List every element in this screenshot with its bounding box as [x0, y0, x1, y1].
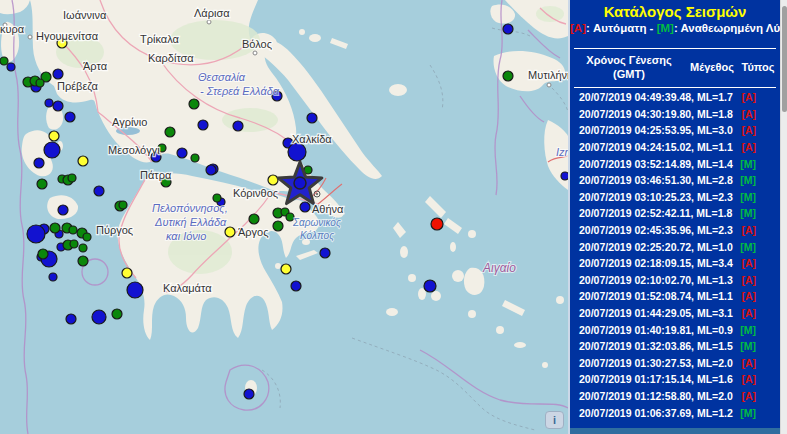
column-type: Τύπος — [738, 61, 778, 73]
solution-type-badge: [A] — [741, 373, 756, 385]
legend-automatic-tag: [A] — [570, 22, 586, 34]
scrollbar-thumb[interactable] — [782, 6, 787, 112]
quake-marker-green[interactable] — [37, 179, 47, 189]
quake-marker-green[interactable] — [503, 71, 513, 81]
quake-marker-red[interactable] — [431, 218, 443, 230]
quake-marker-green[interactable] — [189, 99, 199, 109]
quake-marker-blue[interactable] — [206, 165, 216, 175]
lake — [116, 127, 140, 135]
quake-marker-yellow[interactable] — [78, 156, 88, 166]
quake-marker-yellow[interactable] — [268, 175, 278, 185]
town-label: Βόλος — [242, 38, 272, 50]
map-info-button[interactable]: i — [545, 411, 564, 429]
quake-marker-green[interactable] — [36, 79, 44, 87]
quake-marker-green[interactable] — [83, 233, 91, 241]
quake-marker-green[interactable] — [69, 226, 77, 234]
app-window: ΙωάννιναΛάρισακυραΗγουμενίτσαΤρίκαλαΒόλο… — [0, 0, 787, 434]
earthquake-row[interactable]: 20/07/2019 04:49:39.48, ML=1.7[A] — [570, 89, 780, 106]
quake-marker-green[interactable] — [165, 127, 175, 137]
quake-marker-yellow[interactable] — [122, 268, 132, 278]
quake-marker-green[interactable] — [112, 309, 122, 319]
quake-marker-blue[interactable] — [94, 186, 104, 196]
region-label: Izmir — [556, 146, 568, 158]
earthquake-row[interactable]: 20/07/2019 01:12:58.80, ML=2.0[A] — [570, 388, 780, 405]
quake-marker-green[interactable] — [78, 256, 88, 266]
earthquake-row[interactable]: 20/07/2019 01:30:27.53, ML=2.0[A] — [570, 355, 780, 372]
quake-marker-blue[interactable] — [233, 121, 243, 131]
region-label: Δυτική Ελλάδα — [154, 216, 227, 228]
quake-marker-yellow[interactable] — [49, 131, 59, 141]
quake-marker-green[interactable] — [191, 154, 199, 162]
earthquake-row[interactable]: 20/07/2019 01:17:15.14, ML=1.6[A] — [570, 371, 780, 388]
quake-marker-green[interactable] — [70, 240, 78, 248]
quake-marker-blue[interactable] — [65, 112, 75, 122]
quake-marker-blue[interactable] — [66, 314, 76, 324]
quake-marker-blue[interactable] — [53, 101, 63, 111]
panel-bottom-strip — [570, 428, 780, 434]
event-time-magnitude: 20/07/2019 01:12:58.80, ML=2.0 — [579, 390, 733, 402]
quake-marker-blue[interactable] — [291, 281, 301, 291]
quake-marker-blue[interactable] — [244, 389, 254, 399]
quake-marker-blue[interactable] — [127, 282, 143, 298]
quake-marker-yellow[interactable] — [225, 227, 235, 237]
earthquake-row[interactable]: 20/07/2019 03:52:14.89, ML=1.4[M] — [570, 155, 780, 172]
town-label: Μεσολόγγι — [108, 144, 160, 156]
quake-marker-yellow[interactable] — [281, 264, 291, 274]
epicenter-marker[interactable] — [294, 177, 306, 189]
quake-marker-blue[interactable] — [561, 172, 568, 180]
earthquake-row[interactable]: 20/07/2019 02:18:09.15, ML=3.4[A] — [570, 255, 780, 272]
town-label: Χαλκίδα — [292, 133, 332, 145]
panel-scrollbar[interactable] — [780, 0, 787, 434]
solution-type-badge: [M] — [740, 241, 756, 253]
quake-marker-blue[interactable] — [198, 120, 208, 130]
quake-marker-green[interactable] — [119, 201, 127, 209]
quake-marker-green[interactable] — [68, 174, 76, 182]
quake-marker-blue[interactable] — [49, 273, 57, 281]
quake-marker-blue[interactable] — [503, 24, 513, 34]
quake-marker-green[interactable] — [273, 221, 283, 231]
town-dot — [28, 35, 32, 39]
quake-marker-green[interactable] — [50, 223, 60, 233]
earthquake-row[interactable]: 20/07/2019 04:24:15.02, ML=1.1[A] — [570, 139, 780, 156]
earthquake-row[interactable]: 20/07/2019 01:40:19.81, ML=0.9[M] — [570, 321, 780, 338]
quake-marker-blue[interactable] — [27, 225, 45, 243]
earthquake-row[interactable]: 20/07/2019 03:46:51.30, ML=2.8[M] — [570, 172, 780, 189]
quake-marker-green[interactable] — [79, 244, 87, 252]
quake-marker-blue[interactable] — [53, 69, 63, 79]
earthquake-row[interactable]: 20/07/2019 03:10:25.23, ML=2.3[M] — [570, 189, 780, 206]
earthquake-catalog-panel: Κατάλογος Σεισμών [A]: Αυτόματη - [M]: Α… — [568, 0, 780, 434]
earthquake-row[interactable]: 20/07/2019 01:32:03.86, ML=1.5[M] — [570, 338, 780, 355]
event-time-magnitude: 20/07/2019 02:52:42.11, ML=1.8 — [579, 207, 732, 219]
earthquake-row[interactable]: 20/07/2019 01:06:37.69, ML=1.2[M] — [570, 404, 780, 421]
earthquake-row[interactable]: 20/07/2019 04:30:19.80, ML=1.8[A] — [570, 106, 780, 123]
quake-marker-blue[interactable] — [320, 248, 330, 258]
solution-type-badge: [A] — [741, 108, 756, 120]
quake-marker-blue[interactable] — [177, 148, 187, 158]
earthquake-row[interactable]: 20/07/2019 04:25:53.95, ML=3.0[A] — [570, 122, 780, 139]
earthquake-row[interactable]: 20/07/2019 02:25:20.72, ML=1.0[M] — [570, 238, 780, 255]
quake-marker-green[interactable] — [0, 57, 8, 65]
earthquake-row[interactable]: 20/07/2019 01:52:08.74, ML=1.1[A] — [570, 288, 780, 305]
quake-marker-blue[interactable] — [424, 280, 436, 292]
earthquake-row[interactable]: 20/07/2019 02:10:02.70, ML=1.3[A] — [570, 272, 780, 289]
quake-marker-blue[interactable] — [300, 202, 310, 212]
earthquake-row[interactable]: 20/07/2019 01:44:29.05, ML=3.1[A] — [570, 305, 780, 322]
quake-marker-green[interactable] — [38, 249, 48, 259]
town-label: Καλαμάτα — [163, 282, 212, 294]
quake-marker-blue[interactable] — [34, 158, 44, 168]
quake-marker-blue[interactable] — [288, 143, 306, 161]
quake-marker-blue[interactable] — [92, 310, 106, 324]
seismicity-map[interactable]: ΙωάννιναΛάρισακυραΗγουμενίτσαΤρίκαλαΒόλο… — [0, 0, 568, 434]
quake-marker-blue[interactable] — [45, 99, 53, 107]
quake-marker-blue[interactable] — [307, 113, 317, 123]
town-label: Τρίκαλα — [140, 33, 179, 45]
earthquake-row[interactable]: 20/07/2019 02:52:42.11, ML=1.8[M] — [570, 205, 780, 222]
quake-marker-green[interactable] — [213, 194, 221, 202]
solution-type-badge: [M] — [740, 191, 756, 203]
quake-marker-blue[interactable] — [44, 142, 60, 158]
legend-revised-tag: [M] — [657, 22, 674, 34]
earthquake-row[interactable]: 20/07/2019 02:45:35.96, ML=2.3[A] — [570, 222, 780, 239]
quake-marker-blue[interactable] — [58, 205, 68, 215]
quake-marker-blue[interactable] — [7, 63, 15, 71]
quake-marker-green[interactable] — [249, 214, 259, 224]
